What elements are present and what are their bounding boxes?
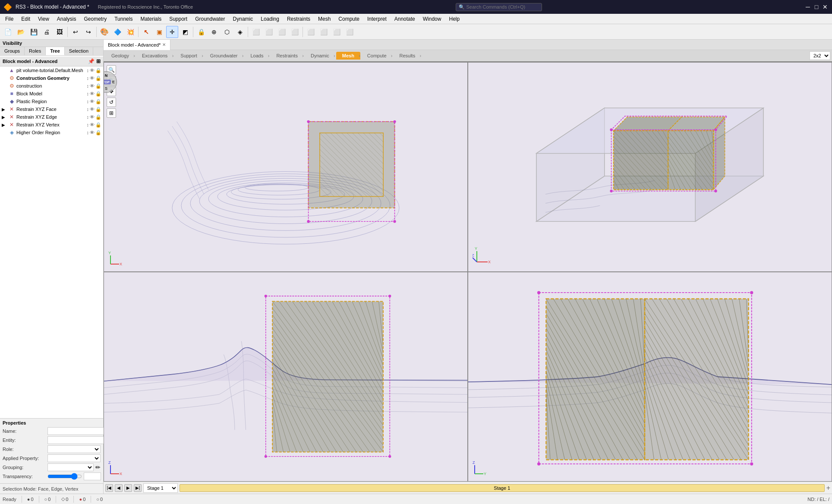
tree-pin-icon[interactable]: 📌 bbox=[88, 58, 95, 64]
stage-last-button[interactable]: ▶| bbox=[134, 484, 142, 492]
prop-name-input[interactable] bbox=[47, 427, 110, 435]
undo-button[interactable]: ↩ bbox=[69, 26, 82, 38]
tree-item-block-model[interactable]: ■ Block Model ↕ 👁 🔒 bbox=[0, 90, 103, 98]
menu-interpret[interactable]: Interpret bbox=[364, 15, 390, 23]
tree-item-construction[interactable]: ⚙ construction ↕ 👁 🔒 bbox=[0, 82, 103, 90]
pick-mode-button[interactable]: 🔒 bbox=[195, 26, 207, 38]
doc-tab-close-icon[interactable]: ✕ bbox=[162, 42, 166, 47]
menu-materials[interactable]: Materials bbox=[137, 15, 165, 23]
stage-next-button[interactable]: ▶ bbox=[124, 484, 132, 492]
menu-edit[interactable]: Edit bbox=[18, 15, 34, 23]
close-button[interactable]: ✕ bbox=[822, 3, 829, 10]
tab-selection[interactable]: Selection bbox=[65, 47, 93, 55]
tab-groups[interactable]: Groups bbox=[0, 47, 25, 55]
tab-roles[interactable]: Roles bbox=[25, 47, 46, 55]
edit-grouping-icon[interactable]: ✏ bbox=[95, 464, 101, 471]
tree-expand-all-icon[interactable]: ⊞ bbox=[96, 58, 101, 64]
maximize-button[interactable]: □ bbox=[813, 3, 820, 10]
tree-move-icon[interactable]: ↕ bbox=[87, 68, 89, 73]
tree-pr-eye-icon[interactable]: 👁 bbox=[90, 99, 95, 104]
transparency-value[interactable]: 85 % bbox=[84, 472, 101, 480]
tree-ho-move-icon[interactable]: ↕ bbox=[87, 130, 89, 135]
wf-tab-groundwater[interactable]: Groundwater bbox=[204, 52, 244, 60]
snap-button[interactable]: ⊕ bbox=[208, 26, 220, 38]
view3d-iso[interactable]: ⬜ bbox=[250, 26, 262, 38]
wf-tab-results[interactable]: Results bbox=[394, 52, 422, 60]
transform-button[interactable]: ⬡ bbox=[221, 26, 233, 38]
tree-lock-icon[interactable]: 🔒 bbox=[95, 68, 101, 73]
menu-window[interactable]: Window bbox=[419, 15, 445, 23]
tree-rv-lock-icon[interactable]: 🔒 bbox=[95, 122, 101, 128]
menu-support[interactable]: Support bbox=[166, 15, 191, 23]
menu-annotate[interactable]: Annotate bbox=[391, 15, 419, 23]
select-filter-button[interactable]: ◩ bbox=[179, 26, 191, 38]
grid-select[interactable]: 2x2 bbox=[810, 51, 830, 60]
wf-tab-loads[interactable]: Loads bbox=[244, 52, 269, 60]
tree-ho-eye-icon[interactable]: 👁 bbox=[90, 130, 95, 135]
menu-view[interactable]: View bbox=[35, 15, 53, 23]
wf-tab-support[interactable]: Support bbox=[174, 52, 203, 60]
menu-loading[interactable]: Loading bbox=[257, 15, 283, 23]
tree-expand-re-icon[interactable]: ▶ bbox=[2, 115, 7, 120]
tab-tree[interactable]: Tree bbox=[46, 47, 65, 55]
tree-cg-lock-icon[interactable]: 🔒 bbox=[95, 76, 101, 81]
tree-re-move-icon[interactable]: ↕ bbox=[87, 114, 89, 120]
menu-geometry[interactable]: Geometry bbox=[81, 15, 110, 23]
tree-c-move-icon[interactable]: ↕ bbox=[87, 83, 89, 89]
menu-compute[interactable]: Compute bbox=[335, 15, 363, 23]
wf-tab-excavations[interactable]: Excavations bbox=[136, 52, 173, 60]
color-button[interactable]: 🎨 bbox=[98, 26, 110, 38]
tree-rf-eye-icon[interactable]: 👁 bbox=[90, 107, 95, 112]
wf-tab-mesh[interactable]: Mesh bbox=[336, 52, 360, 60]
stage-add-button[interactable]: + bbox=[826, 484, 830, 492]
menu-dynamic[interactable]: Dynamic bbox=[230, 15, 257, 23]
minimize-button[interactable]: ─ bbox=[804, 3, 811, 10]
tree-item-higher-order[interactable]: ◈ Higher Order Region ↕ 👁 🔒 bbox=[0, 129, 103, 136]
viewport-bottom-right[interactable]: Y Z bbox=[468, 272, 832, 482]
menu-file[interactable]: File bbox=[2, 15, 17, 23]
explode-button[interactable]: 💥 bbox=[124, 26, 136, 38]
menu-restraints[interactable]: Restraints bbox=[284, 15, 314, 23]
tree-pr-move-icon[interactable]: ↕ bbox=[87, 99, 89, 104]
tree-item-restrain-face[interactable]: ▶ ✕ Restrain XYZ Face ↕ 👁 🔒 bbox=[0, 105, 103, 113]
menu-mesh[interactable]: Mesh bbox=[315, 15, 334, 23]
tree-expand-rf-icon[interactable]: ▶ bbox=[2, 107, 7, 112]
menu-help[interactable]: Help bbox=[445, 15, 463, 23]
transparency-slider[interactable] bbox=[47, 473, 82, 480]
view-toggle-4[interactable]: ⬜ bbox=[344, 26, 356, 38]
wf-tab-restraints[interactable]: Restraints bbox=[270, 52, 304, 60]
tree-rv-eye-icon[interactable]: 👁 bbox=[90, 122, 95, 128]
print-button[interactable]: 🖨 bbox=[41, 26, 53, 38]
save-button[interactable]: 💾 bbox=[28, 26, 40, 38]
material-button[interactable]: 🔷 bbox=[111, 26, 123, 38]
view-toggle-3[interactable]: ⬜ bbox=[331, 26, 343, 38]
prop-role-select[interactable] bbox=[47, 445, 101, 453]
tree-cg-eye-icon[interactable]: 👁 bbox=[90, 76, 95, 81]
tree-rf-lock-icon[interactable]: 🔒 bbox=[95, 107, 101, 112]
search-input[interactable] bbox=[466, 4, 531, 9]
menu-groundwater[interactable]: Groundwater bbox=[192, 15, 228, 23]
tree-item-construction-geometry[interactable]: ⚙ Construction Geometry ↕ 👁 🔒 bbox=[0, 74, 103, 82]
tree-re-eye-icon[interactable]: 👁 bbox=[90, 114, 95, 120]
tree-bm-eye-icon[interactable]: 👁 bbox=[90, 91, 95, 97]
wf-tab-compute[interactable]: Compute bbox=[361, 52, 393, 60]
viewport-bottom-left[interactable]: X Z bbox=[104, 272, 468, 482]
tree-bm-move-icon[interactable]: ↕ bbox=[87, 91, 89, 97]
wf-tab-dynamic[interactable]: Dynamic bbox=[305, 52, 335, 60]
tree-cg-move-icon[interactable]: ↕ bbox=[87, 76, 89, 81]
prop-entity-input[interactable] bbox=[47, 436, 110, 444]
open-button[interactable]: 📂 bbox=[15, 26, 27, 38]
view-toggle-1[interactable]: ⬜ bbox=[305, 26, 317, 38]
view3d-top[interactable]: ⬜ bbox=[276, 26, 288, 38]
new-button[interactable]: 📄 bbox=[2, 26, 14, 38]
prop-applied-select[interactable] bbox=[47, 454, 101, 462]
stage-prev-button[interactable]: ◀ bbox=[115, 484, 123, 492]
view-toggle-2[interactable]: ⬜ bbox=[318, 26, 330, 38]
plane-button[interactable]: ◈ bbox=[234, 26, 246, 38]
tree-ho-lock-icon[interactable]: 🔒 bbox=[95, 130, 101, 135]
viewport-top-right[interactable]: X Y Z bbox=[468, 62, 832, 272]
tree-item-mesh[interactable]: ▲ pit volume-tutorial.Default.Mesh ↕ 👁 🔒 bbox=[0, 66, 103, 74]
tree-item-restrain-vertex[interactable]: ▶ ✕ Restrain XYZ Vertex ↕ 👁 🔒 bbox=[0, 121, 103, 129]
move-button[interactable]: ✛ bbox=[166, 26, 178, 38]
prop-grouping-select[interactable] bbox=[47, 463, 94, 471]
